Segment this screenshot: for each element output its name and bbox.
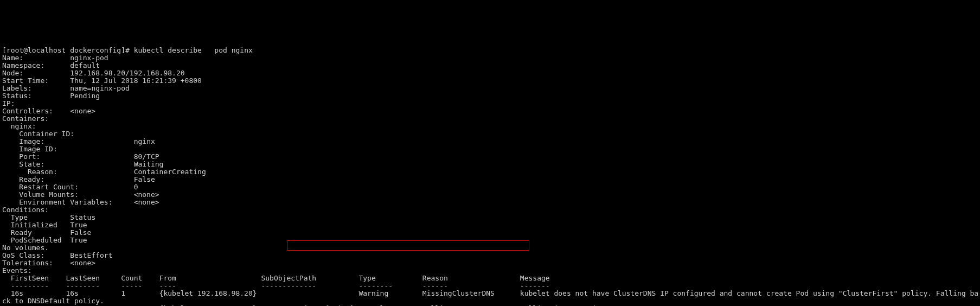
line: Type Status bbox=[2, 213, 95, 221]
line: Volume Mounts: <none> bbox=[2, 190, 159, 199]
line: Initialized True bbox=[2, 221, 91, 229]
event-dashes: --------- -------- ----- ---- ----------… bbox=[2, 282, 550, 290]
line: Port: 80/TCP bbox=[2, 152, 159, 161]
line: Ready: False bbox=[2, 175, 155, 183]
line: Name: nginx-pod bbox=[2, 54, 108, 62]
line: Status: Pending bbox=[2, 92, 100, 100]
line: Conditions: bbox=[2, 206, 49, 214]
command: kubectl describe pod nginx bbox=[134, 46, 253, 54]
line: QoS Class: BestEffort bbox=[2, 251, 113, 259]
line: Node: 192.168.98.20/192.168.98.20 bbox=[2, 69, 185, 77]
line: Reason: ContainerCreating bbox=[2, 168, 206, 176]
line: Restart Count: 0 bbox=[2, 183, 138, 191]
line: No volumes. bbox=[2, 244, 49, 252]
line: Controllers: <none> bbox=[2, 107, 95, 115]
line: Labels: name=nginx-pod bbox=[2, 84, 130, 92]
line: Containers: bbox=[2, 114, 49, 123]
line: Namespace: default bbox=[2, 61, 100, 69]
line: State: Waiting bbox=[2, 160, 163, 168]
line: Image: nginx bbox=[2, 137, 155, 145]
terminal-output[interactable]: [root@localhost dockerconfig]# kubectl d… bbox=[0, 38, 980, 306]
line: Events: bbox=[2, 266, 32, 275]
line: Ready False bbox=[2, 228, 95, 237]
line: nginx: bbox=[2, 122, 36, 130]
line: Container ID: bbox=[2, 130, 74, 138]
event-header: FirstSeen LastSeen Count From SubObjectP… bbox=[2, 274, 550, 282]
line: PodScheduled True bbox=[2, 236, 91, 244]
line: IP: bbox=[2, 99, 15, 107]
line: Tolerations: <none> bbox=[2, 259, 95, 267]
line: Image ID: bbox=[2, 145, 57, 153]
line: Start Time: Thu, 12 Jul 2018 16:21:39 +0… bbox=[2, 76, 202, 85]
line: Environment Variables: <none> bbox=[2, 198, 159, 206]
prompt: [root@localhost dockerconfig]# bbox=[2, 46, 134, 54]
